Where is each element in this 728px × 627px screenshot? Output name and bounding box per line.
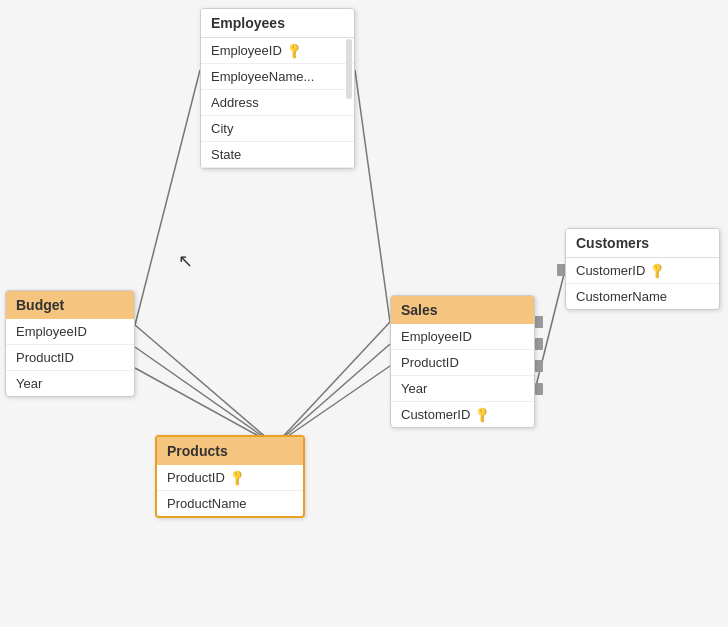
svg-rect-14 bbox=[535, 338, 543, 350]
products-field-productname: ProductName bbox=[157, 491, 303, 516]
svg-rect-16 bbox=[535, 383, 543, 395]
svg-rect-13 bbox=[535, 316, 543, 328]
customers-field-customername: CustomerName bbox=[566, 284, 719, 309]
sales-table-header: Sales bbox=[391, 296, 534, 324]
svg-line-1 bbox=[355, 70, 390, 322]
employees-table-header: Employees bbox=[201, 9, 354, 38]
key-icon: 🔑 bbox=[227, 468, 246, 487]
products-field-productid: ProductID 🔑 bbox=[157, 465, 303, 491]
employees-field-state: State bbox=[201, 142, 354, 168]
key-icon: 🔑 bbox=[473, 405, 492, 424]
customers-field-customerid: CustomerID 🔑 bbox=[566, 258, 719, 284]
svg-line-0 bbox=[135, 70, 200, 325]
customers-table[interactable]: Customers CustomerID 🔑 CustomerName bbox=[565, 228, 720, 310]
budget-field-employeeid: EmployeeID bbox=[6, 319, 134, 345]
employees-field-city: City bbox=[201, 116, 354, 142]
sales-table[interactable]: Sales EmployeeID ProductID Year Customer… bbox=[390, 295, 535, 428]
svg-line-9 bbox=[535, 270, 565, 390]
key-icon: 🔑 bbox=[648, 261, 667, 280]
svg-line-6 bbox=[275, 344, 390, 445]
svg-line-7 bbox=[275, 366, 390, 445]
budget-table-header: Budget bbox=[6, 291, 134, 319]
mouse-cursor: ↖ bbox=[178, 250, 193, 272]
sales-field-productid: ProductID bbox=[391, 350, 534, 376]
diagram-canvas: Employees EmployeeID 🔑 EmployeeName... A… bbox=[0, 0, 728, 627]
svg-rect-17 bbox=[557, 264, 565, 276]
customers-table-header: Customers bbox=[566, 229, 719, 258]
products-table-header: Products bbox=[157, 437, 303, 465]
employees-field-employeeid: EmployeeID 🔑 bbox=[201, 38, 354, 64]
svg-line-3 bbox=[135, 347, 275, 445]
budget-field-productid: ProductID bbox=[6, 345, 134, 371]
svg-rect-15 bbox=[535, 360, 543, 372]
employees-table[interactable]: Employees EmployeeID 🔑 EmployeeName... A… bbox=[200, 8, 355, 169]
svg-line-5 bbox=[275, 322, 390, 445]
employees-field-address: Address bbox=[201, 90, 354, 116]
budget-field-year: Year bbox=[6, 371, 134, 396]
employees-field-employeename: EmployeeName... bbox=[201, 64, 354, 90]
sales-field-year: Year bbox=[391, 376, 534, 402]
svg-line-4 bbox=[135, 368, 275, 445]
budget-table[interactable]: Budget EmployeeID ProductID Year bbox=[5, 290, 135, 397]
scrollbar[interactable] bbox=[346, 39, 352, 99]
svg-line-2 bbox=[135, 325, 275, 445]
products-table[interactable]: Products ProductID 🔑 ProductName bbox=[155, 435, 305, 518]
key-icon: 🔑 bbox=[284, 41, 303, 60]
sales-field-employeeid: EmployeeID bbox=[391, 324, 534, 350]
sales-field-customerid: CustomerID 🔑 bbox=[391, 402, 534, 427]
